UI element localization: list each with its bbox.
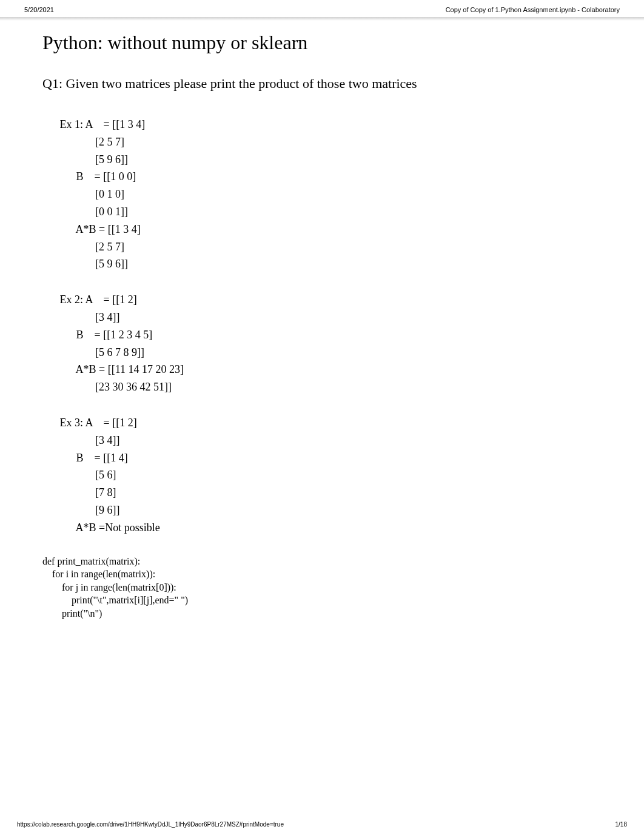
header-divider (0, 17, 644, 21)
example-2-block: Ex 2: A = [[1 2] [3 4]] B = [[1 2 3 4 5]… (57, 291, 602, 396)
code-block: def print_matrix(matrix): for i in range… (42, 555, 602, 620)
header-title: Copy of Copy of 1.Python Assignment.ipyn… (446, 6, 620, 13)
example-3-block: Ex 3: A = [[1 2] [3 4]] B = [[1 4] [5 6]… (57, 414, 602, 537)
question-heading: Q1: Given two matrices please print the … (42, 76, 602, 92)
page-content: Python: without numpy or sklearn Q1: Giv… (0, 32, 644, 620)
footer-page-number: 1/18 (615, 821, 627, 828)
document-title: Python: without numpy or sklearn (42, 32, 602, 54)
footer-url: https://colab.research.google.com/drive/… (17, 821, 284, 828)
example-1-block: Ex 1: A = [[1 3 4] [2 5 7] [5 9 6]] B = … (57, 116, 602, 273)
page-header: 5/20/2021 Copy of Copy of 1.Python Assig… (0, 0, 644, 17)
page-footer: https://colab.research.google.com/drive/… (17, 821, 627, 828)
header-date: 5/20/2021 (24, 6, 54, 13)
